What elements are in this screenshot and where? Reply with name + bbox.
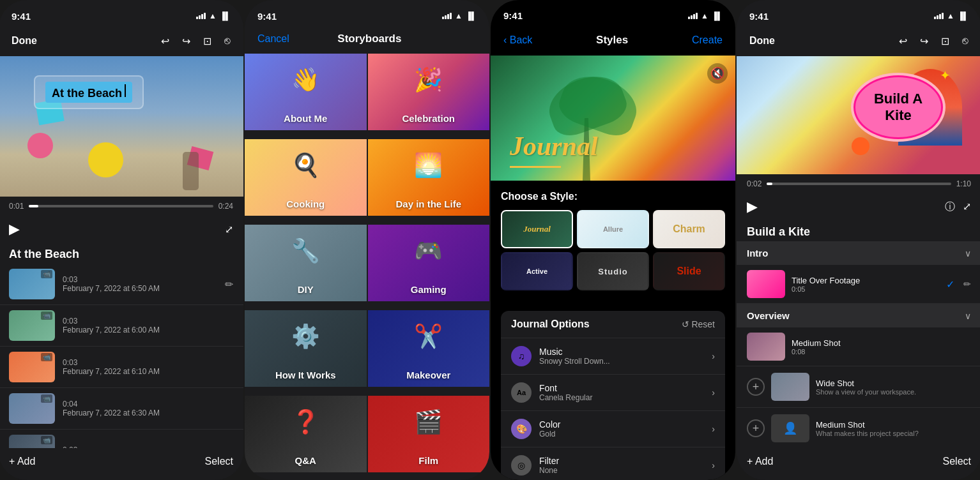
storyboard-item-qa[interactable]: ❓ Q&A	[245, 396, 367, 472]
fullscreen-button-4[interactable]: ⤢	[963, 200, 971, 214]
color-value: Gold	[539, 430, 704, 439]
timeline-bar-4[interactable]	[767, 183, 951, 185]
about-me-icon: 👋	[291, 66, 320, 93]
info-icon-4[interactable]: ⓘ	[945, 200, 955, 214]
table-row[interactable]: 📹 0:03	[0, 430, 243, 448]
add-button-1[interactable]: + Add	[9, 456, 35, 467]
table-row[interactable]: 📹 0:03 February 7, 2022 at 6:50 AM ✏	[0, 264, 243, 305]
option-row-font[interactable]: Aa Font Canela Regular ›	[501, 375, 725, 411]
storyboard-item-how-it-works[interactable]: ⚙️ How It Works	[245, 310, 367, 387]
star-decoration-icon: ✦	[940, 68, 951, 83]
clip-edit-1[interactable]: ✏	[225, 278, 233, 290]
storyboard-item-day-in-life[interactable]: 🌅 Day in the Life	[368, 139, 490, 216]
status-icons-2: ▲ ▐▌	[442, 11, 477, 20]
intro-section-title: Intro	[747, 248, 768, 259]
add-circle-wide: +	[747, 378, 765, 396]
status-icons-4: ▲ ▐▌	[934, 11, 969, 20]
overview-section-header[interactable]: Overview ∨	[737, 304, 980, 327]
reset-button[interactable]: ↺ Reset	[682, 319, 715, 329]
undo-button-1[interactable]: ↩	[158, 33, 172, 50]
create-button-3[interactable]: Create	[689, 32, 725, 49]
clip-info-3: 0:03 February 7, 2022 at 6:10 AM	[63, 358, 233, 376]
mute-button-3[interactable]: 🔇	[707, 63, 728, 84]
clip-icon-3: 📹	[41, 353, 52, 361]
option-row-color[interactable]: 🎨 Color Gold ›	[501, 411, 725, 447]
celebration-label: Celebration	[368, 113, 490, 124]
table-row[interactable]: 📹 0:03 February 7, 2022 at 6:00 AM	[0, 305, 243, 347]
nav-bar-1: Done ↩ ↪ ⊡ ⎋	[0, 28, 243, 56]
add-clip-medium-shot[interactable]: + 👤 Medium Shot What makes this project …	[737, 408, 980, 448]
video-timeline-1: 0:01 0:24	[0, 197, 243, 216]
done-button-4[interactable]: Done	[747, 33, 777, 49]
select-button-1[interactable]: Select	[205, 456, 233, 467]
storyboard-item-diy[interactable]: 🔧 DIY	[245, 225, 367, 301]
filter-chevron-icon: ›	[712, 460, 715, 470]
styles-title: Styles	[596, 34, 628, 47]
play-button-1[interactable]: ▶	[9, 221, 20, 237]
crop-button-4[interactable]: ⊡	[938, 33, 952, 50]
title-box: At the Beach	[45, 82, 132, 103]
share-button-4[interactable]: ⎋	[960, 33, 971, 49]
qa-icon: ❓	[291, 409, 320, 435]
style-thumb-allure[interactable]: Allure	[577, 210, 649, 248]
filter-icon: ◎	[511, 455, 532, 476]
style-thumb-charm[interactable]: Charm	[653, 210, 725, 248]
crop-button-1[interactable]: ⊡	[201, 33, 214, 50]
status-time-4: 9:41	[749, 11, 769, 22]
style-thumb-studio[interactable]: Studio	[577, 252, 649, 290]
wide-shot-info: Wide Shot Show a view of your workspace.	[816, 379, 971, 396]
timeline-bar-1[interactable]	[29, 205, 213, 207]
bottom-bar-1: + Add Select	[0, 448, 243, 480]
clip-thumbnail-2: 📹	[9, 310, 55, 341]
kite-clip-thumbnail-1	[747, 270, 785, 298]
status-icons-1: ▲ ▐▌	[196, 11, 231, 20]
table-row[interactable]: Medium Shot 0:08	[737, 327, 980, 366]
storyboard-item-about-me[interactable]: 👋 About Me	[245, 54, 367, 130]
storyboards-title: Storyboards	[337, 33, 401, 45]
time-start-4: 0:02	[747, 179, 762, 188]
style-thumb-active[interactable]: Active	[501, 252, 573, 290]
clip-edit-4[interactable]: ✏	[963, 279, 971, 289]
table-row[interactable]: 📹 0:04 February 7, 2022 at 6:30 AM	[0, 388, 243, 430]
color-icon: 🎨	[511, 419, 532, 439]
status-bar-1: 9:41 ▲ ▐▌	[0, 0, 243, 28]
add-clip-wide-shot[interactable]: + Wide Shot Show a view of your workspac…	[737, 366, 980, 408]
intro-section-header[interactable]: Intro ∨	[737, 241, 980, 265]
music-label: Music	[539, 347, 704, 357]
timeline-progress-1	[29, 205, 38, 207]
play-button-4[interactable]: ▶	[747, 199, 758, 215]
fullscreen-button-1[interactable]: ⤢	[225, 223, 233, 236]
share-button-1[interactable]: ⎋	[222, 33, 233, 49]
day-in-life-icon: 🌅	[414, 152, 443, 179]
cancel-button[interactable]: Cancel	[255, 31, 292, 47]
storyboard-item-makeover[interactable]: ✂️ Makeover	[368, 310, 490, 387]
style-thumb-slide[interactable]: Slide	[653, 252, 725, 290]
table-row[interactable]: Title Over Footage 0:05 ✓ ✏	[737, 265, 980, 304]
undo-button-4[interactable]: ↩	[896, 33, 910, 50]
music-option-text: Music Snowy Stroll Down...	[539, 347, 704, 366]
font-label: Font	[539, 383, 704, 393]
style-label-studio: Studio	[578, 253, 648, 289]
storyboard-item-celebration[interactable]: 🎉 Celebration	[368, 54, 490, 130]
select-button-4[interactable]: Select	[943, 456, 971, 467]
phone-3-styles: 9:41 ▲ ▐▌ ‹ Back Styles Create	[491, 0, 735, 480]
table-row[interactable]: 📹 0:03 February 7, 2022 at 6:10 AM	[0, 347, 243, 388]
add-button-4[interactable]: + Add	[747, 456, 773, 467]
add-circle-medium: +	[747, 419, 765, 437]
storyboard-item-film[interactable]: 🎬 Film	[368, 396, 490, 472]
kite-clip-dur-2: 0:08	[792, 348, 971, 356]
storyboard-item-gaming[interactable]: 🎮 Gaming	[368, 225, 490, 301]
option-row-music[interactable]: ♫ Music Snowy Stroll Down... ›	[501, 338, 725, 375]
storyboard-item-cooking[interactable]: 🍳 Cooking	[245, 139, 367, 216]
video-controls-1: ▶ ⤢	[0, 216, 243, 243]
option-row-filter[interactable]: ◎ Filter None ›	[501, 447, 725, 480]
wifi-icon-2: ▲	[455, 11, 463, 20]
options-title: Journal Options	[511, 319, 590, 330]
back-button-3[interactable]: ‹ Back	[501, 32, 535, 49]
style-thumb-journal[interactable]: Journal	[501, 210, 573, 248]
redo-button-4[interactable]: ↪	[917, 33, 931, 50]
music-icon: ♫	[511, 346, 532, 366]
redo-button-1[interactable]: ↪	[180, 33, 193, 50]
video-controls-4: ▶ ⓘ ⤢	[737, 193, 980, 220]
done-button-1[interactable]: Done	[9, 33, 40, 49]
